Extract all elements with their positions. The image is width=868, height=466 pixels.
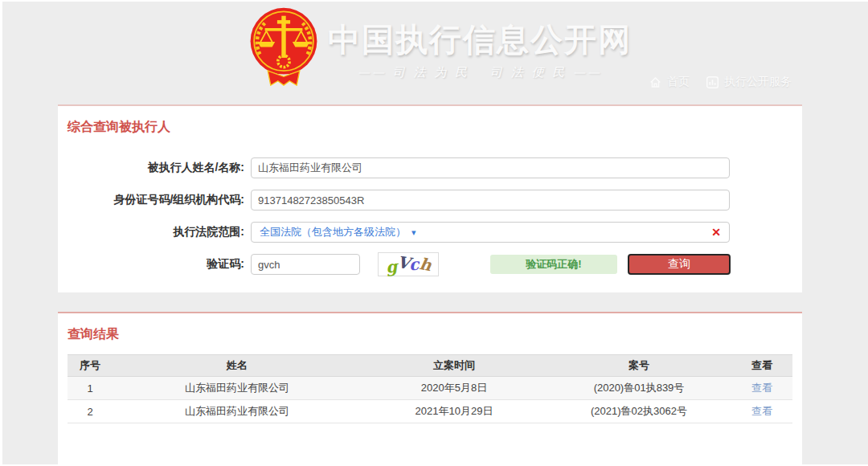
id-field-label: 身份证号码/组织机构代码:	[58, 193, 251, 207]
site-title: 中国执行信息公开网	[328, 18, 632, 62]
cell-case-number: (2021)鲁02执3062号	[547, 400, 731, 423]
service-chart-icon	[706, 76, 719, 89]
captcha-input[interactable]	[251, 254, 360, 275]
cell-case-number: (2020)鲁01执839号	[547, 377, 731, 400]
captcha-field-label: 验证码:	[58, 257, 251, 272]
results-panel-heading: 查询结果	[58, 313, 802, 343]
search-form: 被执行人姓名/名称: 身份证号码/组织机构代码: 执行法院范围: 全国法院（包含…	[58, 152, 802, 280]
window-edge	[0, 0, 2, 466]
nav-item-home[interactable]: 首页	[649, 75, 690, 89]
table-row: 1 山东福田药业有限公司 2020年5月8日 (2020)鲁01执839号 查看	[68, 377, 792, 400]
id-input[interactable]	[251, 190, 730, 211]
cell-filing-date: 2020年5月8日	[362, 377, 547, 400]
court-range-value: 全国法院（包含地方各级法院）	[260, 225, 406, 239]
results-table-header-row: 序号 姓名 立案时间 案号 查看	[68, 355, 792, 377]
results-panel: 查询结果 序号 姓名 立案时间 案号 查看 1 山东福田药业有限公司 2020年…	[58, 312, 802, 466]
court-field-label: 执行法院范围:	[58, 225, 251, 239]
results-table: 序号 姓名 立案时间 案号 查看 1 山东福田药业有限公司 2020年5月8日 …	[68, 354, 792, 423]
nav-item-service[interactable]: 执行公开服务	[706, 75, 792, 89]
chevron-down-icon: ▾	[411, 227, 416, 238]
site-brand: 中国执行信息公开网 —— 司 法 为 民 司 法 便 民 ——	[248, 6, 632, 86]
site-header: 中国执行信息公开网 —— 司 法 为 民 司 法 便 民 —— 首页 执行公开服…	[0, 0, 868, 104]
cell-index: 2	[68, 400, 113, 423]
cell-filing-date: 2021年10月29日	[362, 400, 547, 423]
column-header-case-number: 案号	[547, 355, 731, 377]
court-emblem-logo	[248, 6, 320, 86]
form-row-court: 执行法院范围: 全国法院（包含地方各级法院） ▾ ✕	[58, 216, 802, 248]
window-edge	[0, 0, 868, 2]
search-panel-heading: 综合查询被执行人	[58, 106, 802, 136]
site-subtitle: —— 司 法 为 民 司 法 便 民 ——	[328, 65, 632, 80]
court-range-select[interactable]: 全国法院（包含地方各级法院） ▾ ✕	[251, 222, 730, 243]
search-panel: 综合查询被执行人 被执行人姓名/名称: 身份证号码/组织机构代码: 执行法院范围…	[58, 104, 802, 292]
captcha-status-badge: 验证码正确!	[490, 255, 617, 274]
home-icon	[649, 76, 662, 89]
captcha-image[interactable]: g V c h	[378, 252, 439, 276]
cell-index: 1	[68, 377, 113, 400]
clear-court-icon[interactable]: ✕	[711, 226, 721, 239]
form-row-id: 身份证号码/组织机构代码:	[58, 184, 802, 216]
top-nav: 首页 执行公开服务	[649, 75, 792, 89]
table-row: 2 山东福田药业有限公司 2021年10月29日 (2021)鲁02执3062号…	[68, 400, 792, 423]
view-link[interactable]: 查看	[751, 382, 772, 394]
cell-name: 山东福田药业有限公司	[113, 377, 362, 400]
column-header-index: 序号	[68, 355, 113, 377]
cell-name: 山东福田药业有限公司	[113, 400, 362, 423]
column-header-filing-date: 立案时间	[362, 355, 547, 377]
form-row-captcha: 验证码: g V c h 验证码正确! 查询	[58, 248, 802, 280]
name-field-label: 被执行人姓名/名称:	[58, 161, 251, 175]
nav-home-label: 首页	[667, 75, 690, 89]
column-header-name: 姓名	[113, 355, 362, 377]
name-input[interactable]	[251, 157, 730, 178]
form-row-name: 被执行人姓名/名称:	[58, 152, 802, 184]
title-block: 中国执行信息公开网 —— 司 法 为 民 司 法 便 民 ——	[328, 6, 632, 80]
captcha-char: h	[418, 254, 432, 275]
view-link[interactable]: 查看	[751, 405, 772, 417]
nav-service-label: 执行公开服务	[724, 75, 792, 89]
column-header-view: 查看	[731, 355, 792, 377]
query-button[interactable]: 查询	[628, 254, 731, 275]
